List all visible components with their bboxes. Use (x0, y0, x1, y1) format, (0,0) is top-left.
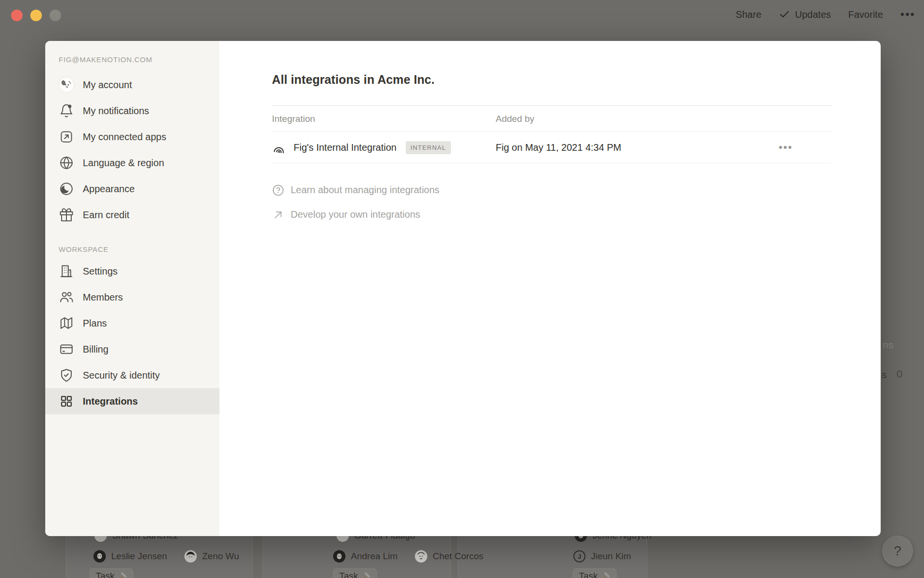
help-circle-icon (272, 184, 284, 197)
develop-integrations-link[interactable]: Develop your own integrations (272, 202, 420, 227)
learn-integrations-link[interactable]: Learn about managing integrations (272, 178, 439, 202)
task-chip: Task (333, 568, 377, 578)
close-window-button[interactable] (11, 10, 23, 21)
integration-name: Fig's Internal Integration (294, 142, 397, 153)
bell-icon (58, 102, 75, 119)
added-by-cell: Fig on May 11, 2021 4:34 PM (496, 142, 779, 153)
sidebar-item-my-notifications[interactable]: My notifications (45, 98, 219, 124)
sidebar-item-label: Appearance (83, 184, 135, 195)
table-row[interactable]: Fig's Internal Integration INTERNAL Fig … (272, 132, 832, 163)
sidebar-item-security-identity[interactable]: Security & identity (45, 362, 219, 388)
task-chip-label: Task (579, 571, 598, 578)
checkmark-icon (779, 9, 790, 20)
settings-modal: FIG@MAKENOTION.COM My account My notific… (45, 41, 881, 536)
hammer-icon (118, 572, 127, 578)
members-icon (58, 289, 75, 306)
map-icon (58, 315, 75, 332)
sidebar-item-billing[interactable]: Billing (45, 336, 219, 362)
favorite-button[interactable]: Favorite (848, 9, 883, 20)
avatar (333, 550, 346, 563)
person-name: Leslie Jensen (111, 551, 167, 562)
svg-text:J: J (578, 553, 581, 560)
task-chip: Task (90, 568, 133, 578)
person-name: Chet Corcos (433, 551, 484, 562)
integration-logo-icon (272, 140, 286, 155)
sidebar-item-label: My connected apps (83, 131, 166, 143)
minimize-window-button[interactable] (30, 10, 42, 21)
column-header-added-by: Added by (496, 114, 779, 124)
help-button[interactable]: ? (882, 536, 913, 566)
row-menu-button[interactable]: ••• (779, 142, 832, 153)
user-avatar (58, 76, 75, 93)
table-header-row: Integration Added by (272, 105, 832, 132)
avatar (184, 550, 197, 563)
zoom-window-button[interactable] (50, 10, 61, 21)
sidebar-item-label: Billing (83, 344, 108, 355)
sidebar-item-appearance[interactable]: Appearance (45, 176, 219, 202)
board-person: Chet Corcos (415, 550, 484, 563)
shield-check-icon (58, 367, 75, 384)
arrow-box-icon (58, 128, 75, 145)
helper-links: Learn about managing integrations Develo… (272, 178, 881, 227)
page-title: All integrations in Acme Inc. (272, 73, 881, 87)
avatar (415, 550, 427, 563)
integrations-panel: All integrations in Acme Inc. Integratio… (219, 41, 881, 536)
sidebar-item-settings[interactable]: Settings (45, 258, 219, 284)
clipped-text-fragment: ns (883, 339, 893, 351)
person-name: Andrea Lim (351, 551, 398, 562)
sidebar-item-label: Integrations (83, 396, 138, 407)
gift-icon (58, 206, 75, 223)
task-chip-label: Task (96, 571, 115, 578)
account-email-header: FIG@MAKENOTION.COM (45, 55, 219, 64)
sidebar-item-my-account[interactable]: My account (45, 72, 219, 98)
sidebar-item-label: Language & region (83, 158, 164, 169)
sidebar-item-label: Plans (83, 318, 107, 329)
board-person: Andrea Lim (333, 550, 398, 563)
integrations-table: Integration Added by Fig's Internal Inte… (272, 105, 832, 163)
moon-circle-icon (58, 180, 75, 197)
sidebar-item-label: My notifications (83, 105, 149, 117)
person-name: Zeno Wu (202, 551, 239, 562)
settings-sidebar: FIG@MAKENOTION.COM My account My notific… (45, 41, 219, 536)
column-header-integration: Integration (272, 114, 496, 124)
board-person: J Jieun Kim (573, 550, 631, 563)
sidebar-item-earn-credit[interactable]: Earn credit (45, 202, 219, 228)
sidebar-item-plans[interactable]: Plans (45, 310, 219, 336)
building-icon (58, 263, 75, 280)
arrow-up-right-icon (272, 209, 284, 221)
sidebar-item-members[interactable]: Members (45, 284, 219, 310)
clipped-text-fragment: 0 (897, 368, 902, 381)
sidebar-item-language-region[interactable]: Language & region (45, 150, 219, 176)
board-person: Leslie Jensen (93, 550, 167, 563)
person-name: Jieun Kim (591, 551, 631, 562)
sidebar-item-my-connected-apps[interactable]: My connected apps (45, 124, 219, 150)
more-options-button[interactable]: ••• (900, 9, 915, 20)
grid-icon (58, 393, 75, 410)
updates-label: Updates (795, 9, 831, 20)
avatar (93, 550, 106, 563)
credit-card-icon (58, 341, 75, 358)
favorite-label: Favorite (848, 9, 883, 20)
sidebar-item-label: Earn credit (83, 210, 129, 221)
integration-name-cell: Fig's Internal Integration INTERNAL (272, 140, 496, 155)
sidebar-item-label: Members (83, 292, 123, 303)
link-label: Develop your own integrations (291, 209, 420, 220)
updates-button[interactable]: Updates (779, 9, 831, 20)
window-controls (11, 10, 61, 21)
sidebar-item-integrations[interactable]: Integrations (45, 388, 219, 414)
link-label: Learn about managing integrations (291, 184, 439, 196)
hammer-icon (602, 572, 610, 578)
clipped-text-fragment: s (882, 369, 887, 381)
internal-badge: INTERNAL (406, 141, 451, 154)
hammer-icon (362, 572, 371, 578)
share-button[interactable]: Share (736, 9, 761, 20)
globe-icon (58, 154, 75, 171)
sidebar-item-label: Security & identity (83, 370, 160, 381)
sidebar-item-label: Settings (83, 266, 117, 277)
task-chip-label: Task (339, 571, 358, 578)
sidebar-item-label: My account (83, 79, 132, 91)
top-toolbar: Share Updates Favorite ••• (736, 0, 915, 29)
task-chip: Task (573, 568, 616, 578)
board-person: Zeno Wu (184, 550, 239, 563)
workspace-section-header: WORKSPACE (45, 245, 219, 253)
